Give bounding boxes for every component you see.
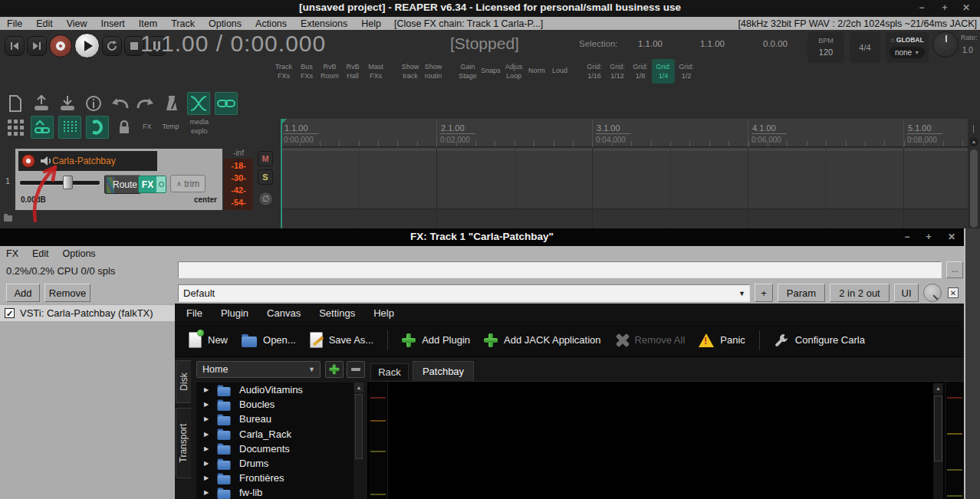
transport-time-display[interactable]: 1.1.00 / 0:00.000 — [140, 31, 326, 57]
fx-save-preset-button[interactable]: + — [755, 284, 773, 302]
toolbar-fx-label[interactable]: FX — [140, 123, 155, 132]
fx-preset-dropdown[interactable]: Default ▼ — [178, 284, 750, 302]
carla-panic-button[interactable]: Panic — [699, 333, 745, 347]
selection-start[interactable]: 1.1.00 — [638, 39, 663, 48]
grid-toggle[interactable] — [58, 116, 81, 139]
carla-add-location-button[interactable] — [325, 361, 344, 378]
tree-item-fw-lib[interactable]: ▶fw-lib — [196, 485, 354, 499]
toolbar-show-routing[interactable]: Showroutin — [422, 59, 445, 84]
save-project-button[interactable] — [57, 93, 78, 114]
toolbar-grid-1-2[interactable]: Grid:1/2 — [675, 59, 698, 84]
arrange-empty-area[interactable] — [281, 210, 968, 228]
carla-remove-all-button[interactable]: Remove All — [615, 333, 686, 347]
folder-depth-icon[interactable] — [4, 215, 12, 222]
fx-more-button[interactable]: ... — [946, 261, 963, 278]
mute-button[interactable]: M — [258, 151, 273, 166]
bpm-value[interactable]: 120 — [807, 48, 844, 57]
rate-value[interactable]: 1.0 — [962, 46, 973, 54]
menu-extensions[interactable]: Extensions — [294, 18, 354, 29]
tree-scrollbar[interactable]: ▲ — [354, 382, 363, 499]
menu-insert[interactable]: Insert — [94, 18, 132, 29]
menu-file[interactable]: File — [0, 18, 29, 29]
menu-track[interactable]: Track — [164, 18, 202, 29]
edit-cursor[interactable] — [281, 119, 282, 228]
canvas-scrollbar-thumb[interactable] — [934, 396, 942, 461]
window-minimize-button[interactable]: − — [916, 2, 928, 13]
fx-comment-field[interactable] — [178, 261, 942, 278]
toolbar-media-explorer-label[interactable]: mediaexplo — [187, 118, 212, 136]
time-signature-value[interactable]: 4/4 — [850, 43, 880, 52]
fx-wet-dry-knob[interactable] — [923, 284, 942, 302]
track-fx-button[interactable]: FX — [138, 176, 166, 193]
carla-menu-settings[interactable]: Settings — [319, 307, 355, 319]
timeline-ruler[interactable]: 1.1.000:00.000 2.1.000:02.000 3.1.000:04… — [281, 119, 968, 147]
tree-item-documents[interactable]: ▶Documents — [196, 442, 354, 456]
toolbar-loud[interactable]: Loud — [548, 59, 571, 84]
toolbar-norm[interactable]: Norm — [525, 59, 548, 84]
toolbar-show-track[interactable]: Showtrack — [399, 59, 422, 84]
metronome-button[interactable] — [161, 93, 183, 114]
selection-length[interactable]: 0.0.00 — [763, 39, 788, 48]
carla-file-tree[interactable]: ▶AudioVitamins ▶Boucles ▶Bureau ▶Carla_R… — [196, 382, 354, 499]
patchbay-canvas[interactable]: ▲ — [367, 381, 964, 499]
track-name-bar[interactable]: Carla-Patchbay — [18, 151, 157, 171]
fx-chain-list[interactable]: ✓ VSTi: Carla-Patchbay (falkTX) — [0, 304, 175, 499]
route-button[interactable]: Route — [104, 175, 141, 194]
fx-menu-options[interactable]: Options — [63, 248, 96, 259]
arrange-scrollbar-thumb[interactable] — [970, 149, 978, 228]
window-maximize-button[interactable]: + — [939, 2, 951, 13]
carla-save-as-button[interactable]: Save As... — [310, 332, 374, 348]
carla-open-button[interactable]: Open... — [242, 333, 296, 347]
new-project-button[interactable] — [5, 93, 26, 114]
zoom-button[interactable]: ▲ — [969, 137, 978, 146]
go-to-end-button[interactable] — [27, 36, 47, 56]
track-meter[interactable]: -inf -18--30- -42--54- — [224, 149, 253, 210]
toolbar-bus-fxs[interactable]: BusFXs — [295, 59, 318, 84]
tree-item-bureau[interactable]: ▶Bureau — [196, 412, 354, 426]
menu-item[interactable]: Item — [132, 18, 164, 29]
canvas-vertical-scrollbar[interactable]: ▲ — [933, 383, 943, 499]
toolbar-grid-1-16[interactable]: Grid:1/16 — [583, 59, 606, 84]
solo-button[interactable]: S — [258, 169, 273, 185]
toolbar-snaps[interactable]: Snaps — [479, 59, 502, 84]
toolbar-grid-1-4[interactable]: Grid:1/4 — [652, 59, 675, 84]
tree-item-frontieres[interactable]: ▶Frontières — [196, 471, 354, 485]
menu-help[interactable]: Help — [354, 18, 388, 29]
open-project-button[interactable] — [31, 93, 52, 114]
toolbar-tempo-label[interactable]: Temp — [159, 123, 183, 132]
carla-tab-rack[interactable]: Rack — [370, 363, 409, 380]
carla-add-jack-button[interactable]: Add JACK Application — [484, 333, 600, 347]
toolbar-grid-1-8[interactable]: Grid:1/8 — [629, 59, 652, 84]
carla-new-button[interactable]: New — [189, 332, 228, 348]
repeat-button[interactable] — [102, 36, 122, 56]
toolbar-adjust-loop[interactable]: AdjusLoop — [502, 59, 525, 84]
carla-side-tab-disk[interactable]: Disk — [176, 360, 191, 403]
toolbar-rvb-hall[interactable]: RvBHall — [341, 59, 364, 84]
undo-button[interactable] — [109, 93, 130, 114]
carla-configure-button[interactable]: Configure Carla — [774, 333, 865, 348]
carla-location-dropdown[interactable]: Home ▼ — [196, 361, 321, 378]
menu-edit[interactable]: Edit — [29, 18, 60, 29]
play-button[interactable] — [74, 33, 100, 58]
global-automation-dropdown[interactable]: none ▼ — [890, 47, 925, 58]
carla-tab-patchbay[interactable]: Patchbay — [413, 361, 474, 381]
record-monitor-icon[interactable] — [40, 156, 52, 166]
toolbar-gain-stage[interactable]: GainStage — [456, 59, 479, 84]
carla-side-tab-transport[interactable]: Transport — [176, 408, 191, 478]
fx-enable-checkbox[interactable]: ✕ — [948, 287, 959, 298]
fx-close-button[interactable]: ✕ — [945, 231, 958, 242]
tree-item-boucles[interactable]: ▶Boucles — [196, 397, 354, 412]
menu-actions[interactable]: Actions — [248, 18, 294, 29]
crossfade-toggle[interactable] — [187, 92, 210, 115]
menu-options[interactable]: Options — [202, 18, 248, 29]
fx-menu-fx[interactable]: FX — [6, 248, 18, 259]
tree-item-carla-rack[interactable]: ▶Carla_Rack — [196, 427, 354, 442]
item-grouping-toggle[interactable] — [215, 92, 238, 115]
volume-slider-handle[interactable] — [63, 176, 73, 189]
fx-maximize-button[interactable]: + — [922, 231, 935, 242]
redo-button[interactable] — [135, 93, 156, 114]
project-settings-button[interactable] — [83, 93, 104, 114]
fx-param-button[interactable]: Param — [778, 284, 825, 302]
carla-add-plugin-button[interactable]: Add Plugin — [402, 333, 470, 347]
fx-chain-item[interactable]: ✓ VSTi: Carla-Patchbay (falkTX) — [0, 305, 175, 321]
